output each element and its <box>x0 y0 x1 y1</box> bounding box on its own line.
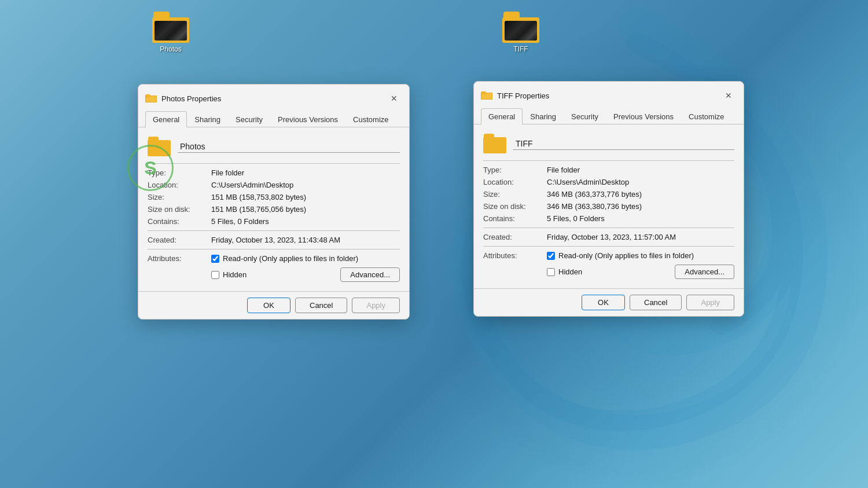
tiff-tab-general[interactable]: General <box>481 108 523 124</box>
photos-folder-header-icon <box>148 137 171 156</box>
tiff-attributes-label: Attributes: <box>483 251 547 260</box>
tiff-contains-value: 5 Files, 0 Folders <box>547 214 605 223</box>
photos-checkboxes: Read-only (Only applies to files in fold… <box>211 254 400 282</box>
photos-folder-icon <box>152 12 189 43</box>
tiff-folder-header-icon <box>483 134 506 153</box>
photos-advanced-button[interactable]: Advanced... <box>340 267 400 282</box>
tiff-tab-customize[interactable]: Customize <box>681 108 731 124</box>
tiff-sep-1 <box>483 160 734 161</box>
svg-rect-4 <box>145 94 150 97</box>
tiff-advanced-button[interactable]: Advanced... <box>675 265 734 279</box>
photos-created-label: Created: <box>148 236 211 244</box>
photos-cancel-button[interactable]: Cancel <box>295 298 347 313</box>
tiff-ok-button[interactable]: OK <box>582 295 625 310</box>
tiff-created-label: Created: <box>483 233 547 241</box>
photos-tab-general[interactable]: General <box>145 111 187 127</box>
photos-name-input[interactable] <box>178 141 400 153</box>
photos-dialog-close[interactable]: ✕ <box>386 90 402 107</box>
photos-properties-dialog: Photos Properties ✕ General Sharing Secu… <box>138 84 410 320</box>
tiff-properties-dialog: TIFF Properties ✕ General Sharing Securi… <box>473 81 744 317</box>
tiff-sizeondisk-value: 346 MB (363,380,736 bytes) <box>547 202 642 211</box>
tiff-dialog-content: Type: File folder Location: C:\Users\Adm… <box>474 124 744 288</box>
tiff-attributes-content: Read-only (Only applies to files in fold… <box>547 251 734 279</box>
photos-dialog-title: Photos Properties <box>161 94 386 103</box>
tiff-hidden-row[interactable]: Hidden <box>547 267 582 276</box>
photos-type-value: File folder <box>211 168 244 177</box>
photos-hidden-label: Hidden <box>223 270 247 279</box>
photos-type-label: Type: <box>148 168 211 177</box>
photos-attributes-label: Attributes: <box>148 254 211 263</box>
tiff-readonly-label: Read-only (Only applies to files in fold… <box>558 251 694 260</box>
photos-hidden-row[interactable]: Hidden <box>211 270 247 279</box>
tiff-attributes-row: Attributes: Read-only (Only applies to f… <box>483 251 734 279</box>
photos-size-value: 151 MB (158,753,802 bytes) <box>211 193 306 201</box>
tiff-hidden-checkbox[interactable] <box>547 268 555 276</box>
tiff-dialog-tabs: General Sharing Security Previous Versio… <box>474 108 744 124</box>
tiff-dialog-close[interactable]: ✕ <box>720 87 737 104</box>
photos-location-row: Location: C:\Users\Admin\Desktop <box>148 181 400 189</box>
tiff-titlebar-icon <box>481 90 492 101</box>
photos-contains-row: Contains: 5 Files, 0 Folders <box>148 217 400 226</box>
photos-sizeondisk-row: Size on disk: 151 MB (158,765,056 bytes) <box>148 205 400 214</box>
photos-sep-2 <box>148 230 400 231</box>
tiff-tab-security[interactable]: Security <box>564 108 606 124</box>
photos-sep-3 <box>148 249 400 249</box>
tiff-hidden-label: Hidden <box>558 267 582 276</box>
tiff-location-row: Location: C:\Users\Admin\Desktop <box>483 178 734 186</box>
photos-readonly-row[interactable]: Read-only (Only applies to files in fold… <box>211 254 400 263</box>
photos-tab-customize[interactable]: Customize <box>345 111 396 127</box>
tiff-dialog-footer: OK Cancel Apply <box>474 288 744 316</box>
tiff-apply-button[interactable]: Apply <box>686 295 734 310</box>
tiff-contains-row: Contains: 5 Files, 0 Folders <box>483 214 734 223</box>
photos-dialog-footer: OK Cancel Apply <box>138 291 409 319</box>
tiff-location-value: C:\Users\Admin\Desktop <box>547 178 629 186</box>
photos-readonly-checkbox[interactable] <box>211 255 219 263</box>
photos-created-row: Created: Friday, October 13, 2023, 11:43… <box>148 236 400 244</box>
photos-tab-security[interactable]: Security <box>228 111 270 127</box>
tiff-readonly-checkbox[interactable] <box>547 252 555 260</box>
photos-sep-1 <box>148 163 400 164</box>
photos-contains-label: Contains: <box>148 217 211 226</box>
tiff-sizeondisk-row: Size on disk: 346 MB (363,380,736 bytes) <box>483 202 734 211</box>
tiff-size-value: 346 MB (363,373,776 bytes) <box>547 190 642 199</box>
photos-titlebar-icon <box>145 93 157 104</box>
tiff-size-label: Size: <box>483 190 547 199</box>
tiff-icon-label: TIFF <box>513 45 528 53</box>
tiff-tab-previous-versions[interactable]: Previous Versions <box>606 108 681 124</box>
photos-tab-sharing[interactable]: Sharing <box>187 111 228 127</box>
photos-dialog-titlebar: Photos Properties ✕ <box>138 85 409 111</box>
tiff-type-row: Type: File folder <box>483 166 734 174</box>
photos-hidden-checkbox[interactable] <box>211 271 219 279</box>
photos-dialog-content: Type: File folder Location: C:\Users\Adm… <box>138 127 409 291</box>
tiff-created-row: Created: Friday, October 13, 2023, 11:57… <box>483 233 734 241</box>
tiff-created-value: Friday, October 13, 2023, 11:57:00 AM <box>547 233 676 241</box>
svg-rect-8 <box>481 91 486 94</box>
photos-location-value: C:\Users\Admin\Desktop <box>211 181 293 189</box>
tiff-dialog-title: TIFF Properties <box>497 91 720 100</box>
photos-type-row: Type: File folder <box>148 168 400 177</box>
tiff-sep-2 <box>483 228 734 228</box>
tiff-sep-3 <box>483 246 734 247</box>
photos-tab-previous-versions[interactable]: Previous Versions <box>270 111 345 127</box>
tiff-type-value: File folder <box>547 166 580 174</box>
tiff-name-input[interactable] <box>513 138 734 150</box>
tiff-contains-label: Contains: <box>483 214 547 223</box>
tiff-readonly-row[interactable]: Read-only (Only applies to files in fold… <box>547 251 734 260</box>
photos-contains-value: 5 Files, 0 Folders <box>211 217 269 226</box>
photos-attributes-row: Attributes: Read-only (Only applies to f… <box>148 254 400 282</box>
tiff-size-row: Size: 346 MB (363,373,776 bytes) <box>483 190 734 199</box>
photos-attributes-content: Read-only (Only applies to files in fold… <box>211 254 400 282</box>
photos-ok-button[interactable]: OK <box>247 298 290 313</box>
tiff-cancel-button[interactable]: Cancel <box>630 295 682 310</box>
desktop-icon-photos[interactable]: Photos <box>148 12 194 53</box>
photos-apply-button[interactable]: Apply <box>352 298 400 313</box>
tiff-folder-header <box>483 134 734 153</box>
photos-size-row: Size: 151 MB (158,753,802 bytes) <box>148 193 400 201</box>
photos-icon-label: Photos <box>160 45 181 53</box>
tiff-sizeondisk-label: Size on disk: <box>483 202 547 211</box>
tiff-dialog-titlebar: TIFF Properties ✕ <box>474 82 744 108</box>
tiff-tab-sharing[interactable]: Sharing <box>523 108 564 124</box>
desktop-icon-tiff[interactable]: TIFF <box>498 12 544 53</box>
photos-folder-header <box>148 137 400 156</box>
photos-sizeondisk-value: 151 MB (158,765,056 bytes) <box>211 205 306 214</box>
